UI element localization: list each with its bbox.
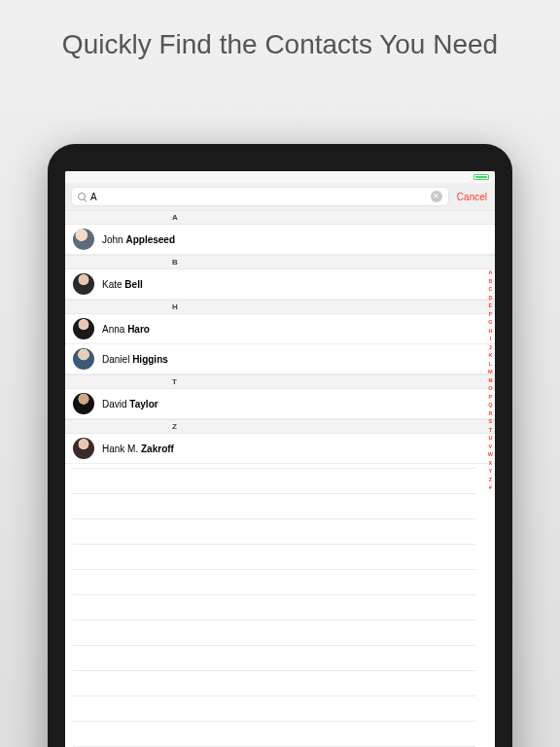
tablet-frame: A ✕ Cancel AJohn AppleseedBKate BellHAnn… bbox=[48, 144, 512, 747]
clear-icon[interactable]: ✕ bbox=[431, 191, 442, 202]
status-bar bbox=[65, 171, 495, 183]
index-letter[interactable]: W bbox=[488, 450, 493, 459]
index-letter[interactable]: L bbox=[488, 360, 493, 369]
index-letter[interactable]: M bbox=[488, 368, 493, 376]
section-header: B bbox=[65, 255, 495, 269]
index-letter[interactable]: T bbox=[488, 426, 493, 435]
contact-row[interactable]: Kate Bell bbox=[65, 269, 495, 300]
alpha-index[interactable]: ABCDEFGHIJKLMNOPQRSTUVWXYZ# bbox=[488, 268, 493, 492]
index-letter[interactable]: S bbox=[488, 417, 493, 426]
contact-name: Anna Haro bbox=[102, 324, 150, 335]
search-input[interactable]: A ✕ bbox=[71, 187, 449, 206]
index-letter[interactable]: O bbox=[488, 384, 493, 393]
hero-title: Quickly Find the Contacts You Need bbox=[0, 0, 560, 81]
contact-name: Kate Bell bbox=[102, 279, 143, 290]
index-letter[interactable]: A bbox=[488, 268, 493, 277]
index-letter[interactable]: E bbox=[488, 302, 493, 310]
contact-name: Daniel Higgins bbox=[102, 354, 168, 365]
index-letter[interactable]: # bbox=[488, 483, 493, 492]
cancel-button[interactable]: Cancel bbox=[457, 192, 487, 202]
search-bar: A ✕ Cancel bbox=[65, 183, 495, 210]
index-letter[interactable]: K bbox=[488, 351, 493, 360]
index-letter[interactable]: C bbox=[488, 285, 493, 294]
contact-name: David Taylor bbox=[102, 399, 158, 409]
index-letter[interactable]: P bbox=[488, 393, 493, 402]
section-header: Z bbox=[65, 419, 495, 434]
index-letter[interactable]: N bbox=[488, 376, 493, 385]
index-letter[interactable]: F bbox=[488, 310, 493, 319]
section-header: H bbox=[65, 300, 495, 314]
index-letter[interactable]: J bbox=[488, 343, 493, 352]
avatar bbox=[73, 393, 94, 414]
avatar bbox=[73, 318, 94, 339]
battery-icon bbox=[473, 174, 489, 180]
index-letter[interactable]: U bbox=[488, 434, 493, 443]
index-letter[interactable]: V bbox=[488, 443, 493, 451]
index-letter[interactable]: G bbox=[488, 318, 493, 327]
contact-list[interactable]: AJohn AppleseedBKate BellHAnna HaroDanie… bbox=[65, 210, 495, 747]
index-letter[interactable]: X bbox=[488, 459, 493, 468]
screen: A ✕ Cancel AJohn AppleseedBKate BellHAnn… bbox=[65, 171, 495, 747]
avatar bbox=[73, 273, 94, 295]
contact-name: John Appleseed bbox=[102, 234, 175, 245]
index-letter[interactable]: H bbox=[488, 327, 493, 336]
contact-row[interactable]: John Appleseed bbox=[65, 225, 495, 255]
contact-row[interactable]: David Taylor bbox=[65, 389, 495, 419]
index-letter[interactable]: D bbox=[488, 294, 493, 302]
index-letter[interactable]: Q bbox=[488, 401, 493, 409]
section-header: T bbox=[65, 374, 495, 389]
section-header: A bbox=[65, 210, 495, 225]
search-icon bbox=[78, 193, 87, 201]
search-query: A bbox=[90, 192, 431, 202]
avatar bbox=[73, 348, 94, 370]
contact-row[interactable]: Daniel Higgins bbox=[65, 344, 495, 374]
ruled-lines bbox=[73, 444, 475, 747]
index-letter[interactable]: B bbox=[488, 277, 493, 286]
index-letter[interactable]: Z bbox=[488, 476, 493, 484]
avatar bbox=[73, 229, 94, 250]
index-letter[interactable]: R bbox=[488, 409, 493, 418]
index-letter[interactable]: Y bbox=[488, 467, 493, 476]
index-letter[interactable]: I bbox=[488, 335, 493, 343]
contact-row[interactable]: Anna Haro bbox=[65, 314, 495, 344]
